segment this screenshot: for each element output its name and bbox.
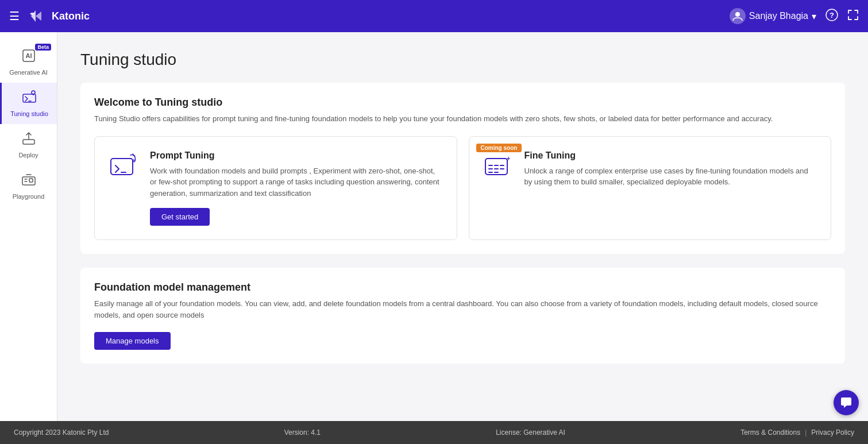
foundation-description: Easily manage all of your foundation mod… (94, 298, 831, 321)
sidebar-item-generative-ai[interactable]: Beta AI Generative AI (0, 41, 57, 83)
svg-point-6 (32, 91, 35, 94)
cards-row: Prompt Tuning Work with foundation model… (94, 136, 831, 241)
privacy-link[interactable]: Privacy Policy (811, 428, 854, 437)
navbar: ☰ Katonic Sanjay Bhagia ▾ (0, 0, 868, 32)
prompt-tuning-description: Work with foundation models and build pr… (150, 165, 443, 199)
footer-license: License: Generative AI (496, 428, 565, 437)
navbar-left: ☰ Katonic (9, 6, 90, 26)
svg-point-0 (735, 12, 740, 17)
prompt-tuning-inner: Prompt Tuning Work with foundation model… (109, 150, 443, 226)
welcome-description: Tuning Studio offers capabilities for pr… (94, 113, 831, 125)
prompt-tuning-body: Prompt Tuning Work with foundation model… (150, 150, 443, 226)
user-name: Sanjay Bhagia (749, 11, 808, 21)
page-title: Tuning studio (80, 51, 845, 69)
fine-tuning-title: Fine Tuning (524, 150, 817, 161)
footer-version: Version: 4.1 (284, 428, 321, 437)
footer: Copyright 2023 Katonic Pty Ltd Version: … (0, 421, 868, 444)
prompt-tuning-icon (109, 150, 141, 183)
beta-badge: Beta (35, 44, 51, 51)
chevron-down-icon: ▾ (812, 11, 816, 22)
sidebar-item-tuning-studio[interactable]: Tuning studio (0, 83, 57, 124)
logo-text: Katonic (52, 10, 90, 22)
fullscreen-button[interactable] (847, 9, 859, 24)
navbar-right: Sanjay Bhagia ▾ ? (730, 8, 859, 24)
prompt-tuning-title: Prompt Tuning (150, 150, 443, 161)
footer-copyright: Copyright 2023 Katonic Pty Ltd (14, 428, 109, 437)
help-icon: ? (825, 9, 838, 21)
fine-tuning-description: Unlock a range of complex enterprise use… (524, 165, 817, 188)
content-area: Tuning studio Welcome to Tuning studio T… (57, 32, 868, 421)
chat-icon (840, 396, 852, 409)
fine-tuning-body: Fine Tuning Unlock a range of complex en… (524, 150, 817, 197)
tuning-studio-icon (22, 90, 37, 108)
user-info[interactable]: Sanjay Bhagia ▾ (730, 8, 816, 24)
svg-text:?: ? (830, 11, 834, 20)
fullscreen-icon (847, 9, 859, 21)
account-icon (732, 10, 743, 22)
foundation-section: Foundation model management Easily manag… (80, 268, 845, 364)
prompt-tuning-card: Prompt Tuning Work with foundation model… (94, 136, 457, 241)
sidebar-item-generative-ai-label: Generative AI (9, 69, 48, 76)
welcome-section: Welcome to Tuning studio Tuning Studio o… (80, 83, 845, 254)
deploy-icon (21, 131, 36, 149)
sidebar-item-deploy-label: Deploy (18, 152, 38, 159)
sidebar: Beta AI Generative AI Tuning stu (0, 32, 57, 421)
playground-icon (21, 172, 36, 191)
help-button[interactable]: ? (825, 9, 838, 24)
user-avatar (730, 8, 746, 24)
svg-rect-9 (29, 179, 33, 182)
get-started-button[interactable]: Get started (150, 208, 210, 226)
fine-tuning-card: Coming soon (469, 136, 832, 241)
sidebar-item-deploy[interactable]: Deploy (0, 124, 57, 165)
footer-links: Terms & Conditions | Privacy Policy (740, 428, 854, 437)
generative-ai-icon: AI (21, 48, 36, 67)
svg-rect-7 (23, 140, 34, 144)
fine-tuning-icon (483, 150, 515, 183)
logo-icon (26, 6, 47, 26)
footer-separator: | (805, 428, 807, 437)
welcome-title: Welcome to Tuning studio (94, 96, 831, 109)
sidebar-item-playground[interactable]: Playground (0, 165, 57, 207)
foundation-title: Foundation model management (94, 281, 831, 294)
terms-link[interactable]: Terms & Conditions (740, 428, 800, 437)
logo: Katonic (26, 6, 90, 26)
svg-text:AI: AI (25, 52, 32, 59)
sidebar-item-tuning-studio-label: Tuning studio (10, 110, 48, 117)
coming-soon-badge: Coming soon (476, 144, 522, 152)
manage-models-button[interactable]: Manage models (94, 332, 171, 350)
chat-bubble-button[interactable] (834, 390, 859, 415)
sidebar-item-playground-label: Playground (13, 193, 45, 200)
main-layout: Beta AI Generative AI Tuning stu (0, 32, 868, 421)
fine-tuning-inner: Fine Tuning Unlock a range of complex en… (483, 150, 817, 197)
hamburger-menu[interactable]: ☰ (9, 9, 20, 23)
